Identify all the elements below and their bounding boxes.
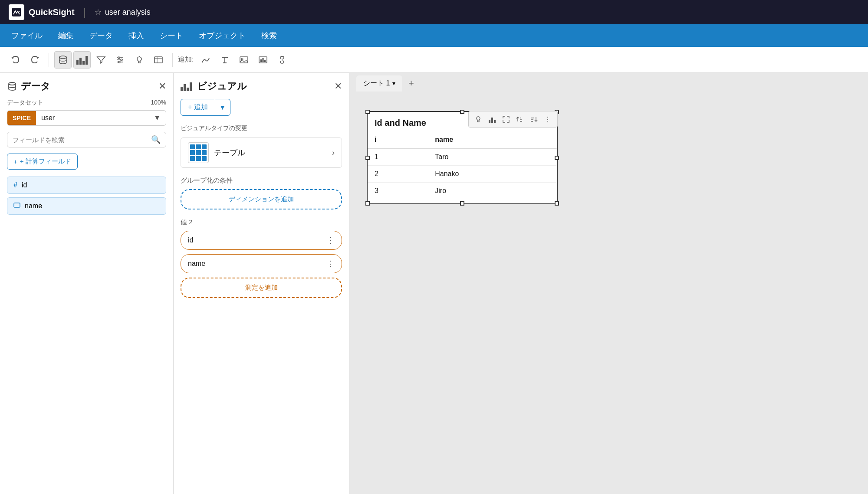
calc-field-button[interactable]: + + 計算フィールド [7,154,78,170]
dataset-selector[interactable]: SPICE user ▼ [7,110,166,126]
col-header-name: name [428,131,557,148]
svg-point-7 [121,59,122,61]
resize-handle-tm[interactable] [460,110,464,114]
field-item-name[interactable]: name [7,197,166,215]
calc-field-plus: + [13,158,17,165]
sheet-tabs: シート 1 ▾ + [349,73,868,94]
row2-name: Hanako [428,166,557,183]
visual-panel: ビジュアル ✕ + 追加 ▼ ビジュアルタイプの変更 テーブル › グループ化の… [174,73,349,494]
settings-button[interactable] [112,51,129,69]
menu-insert[interactable]: 挿入 [128,29,145,43]
menu-bar: ファイル 編集 データ 挿入 シート オブジェクト 検索 [0,24,868,47]
main-content: データ ✕ データセット 100% SPICE user ▼ 🔍 + + 計算フ… [0,73,868,494]
visual-panel-close-button[interactable]: ✕ [334,81,342,92]
svg-rect-17 [260,59,262,62]
star-icon[interactable]: ☆ [95,7,102,17]
visual-type-row[interactable]: テーブル › [181,137,342,168]
table-row: 3 Jiro [368,183,557,200]
visual-type-label: ビジュアルタイプの変更 [181,124,342,132]
sheet-tab-1-label: シート 1 [363,79,390,88]
field-item-id[interactable]: # id [7,177,166,194]
menu-data[interactable]: データ [89,29,114,43]
widget-toolbar: ⋮ [468,111,558,128]
widget-more-button[interactable]: ⋮ [542,113,554,125]
value-field-name-menu[interactable]: ⋮ [327,259,335,268]
dataset-dropdown-icon[interactable]: ▼ [148,111,166,125]
svg-point-6 [118,57,120,59]
bar-chart-icon [76,55,88,65]
data-panel-close-button[interactable]: ✕ [158,81,166,92]
field-search-box[interactable]: 🔍 [7,132,166,147]
resize-handle-br[interactable] [555,201,559,206]
data-view-button[interactable] [54,51,72,69]
add-link-button[interactable] [273,51,291,69]
logo-area: QuickSight [9,4,75,20]
svg-rect-19 [264,60,266,62]
add-bar-chart-button[interactable] [254,51,272,69]
search-icon: 🔍 [151,135,161,144]
menu-file[interactable]: ファイル [10,29,43,43]
resize-handle-tl[interactable] [365,110,370,114]
resize-handle-ml[interactable] [365,156,370,160]
menu-object[interactable]: オブジェクト [198,29,247,43]
resize-handle-bl[interactable] [365,201,370,206]
dataset-label-row: データセット 100% [7,99,166,107]
database-icon [7,81,17,92]
value-field-id[interactable]: id ⋮ [181,231,342,250]
add-sheet-button[interactable]: + [404,76,418,90]
visual-panel-icon [181,82,192,91]
add-visual-dropdown-button[interactable]: ▼ [215,99,230,116]
logo-text: QuickSight [29,7,75,17]
visual-type-left: テーブル [188,142,245,163]
widget-sort-down-button[interactable] [528,113,540,125]
add-line-button[interactable] [197,51,214,69]
table-type-icon [188,142,209,163]
toolbar-divider-2 [172,53,173,67]
value-field-id-menu[interactable]: ⋮ [327,236,335,245]
toolbar-divider-1 [49,53,49,67]
top-bar: QuickSight | ☆ user analysis [0,0,868,24]
sheet-canvas: ⋮ Id and Name i name 1 Taro [349,94,868,494]
field-search-input[interactable] [13,136,148,144]
name-field-icon [13,202,20,210]
menu-search[interactable]: 検索 [260,29,278,43]
resize-handle-bm[interactable] [460,201,464,206]
row2-id: 2 [368,166,428,183]
value-field-name[interactable]: name ⋮ [181,254,342,273]
sheet-tab-1[interactable]: シート 1 ▾ [356,75,402,92]
add-chart-button[interactable] [150,51,167,69]
widget-insight-button[interactable] [472,113,484,125]
undo-button[interactable] [7,51,24,69]
svg-point-23 [477,117,480,120]
name-field-name: name [25,202,42,210]
svg-point-9 [137,57,141,61]
group-label: グループ化の条件 [181,177,342,185]
row3-id: 3 [368,183,428,200]
resize-handle-mr[interactable] [555,156,559,160]
menu-edit[interactable]: 編集 [57,29,75,43]
add-visual-button[interactable]: + 追加 [181,99,215,116]
insight-button[interactable] [131,51,148,69]
data-table: i name 1 Taro 2 Hanako [368,131,557,199]
visual-type-name: テーブル [214,147,245,158]
menu-sheet[interactable]: シート [159,29,184,43]
dimension-drop-zone[interactable]: ディメンションを追加 [181,189,342,209]
visual-panel-title: ビジュアル [181,80,247,93]
dataset-name: user [36,111,148,125]
widget-chart-button[interactable] [486,113,498,125]
redo-button[interactable] [26,51,43,69]
svg-point-21 [9,82,16,85]
col-header-id: i [368,131,428,148]
sheet-tab-1-chevron[interactable]: ▾ [392,80,395,87]
chart-view-button[interactable] [73,51,91,69]
value-field-name-text: name [188,260,205,268]
add-text-button[interactable] [216,51,233,69]
measure-drop-zone[interactable]: 測定を追加 [181,278,342,298]
chevron-right-icon: › [332,148,335,157]
add-image-button[interactable] [235,51,253,69]
widget-expand-button[interactable] [500,113,512,125]
filter-button[interactable] [92,51,110,69]
svg-rect-11 [155,57,162,63]
widget-sort-up-button[interactable] [514,113,526,125]
toolbar: 追加: [0,47,868,73]
